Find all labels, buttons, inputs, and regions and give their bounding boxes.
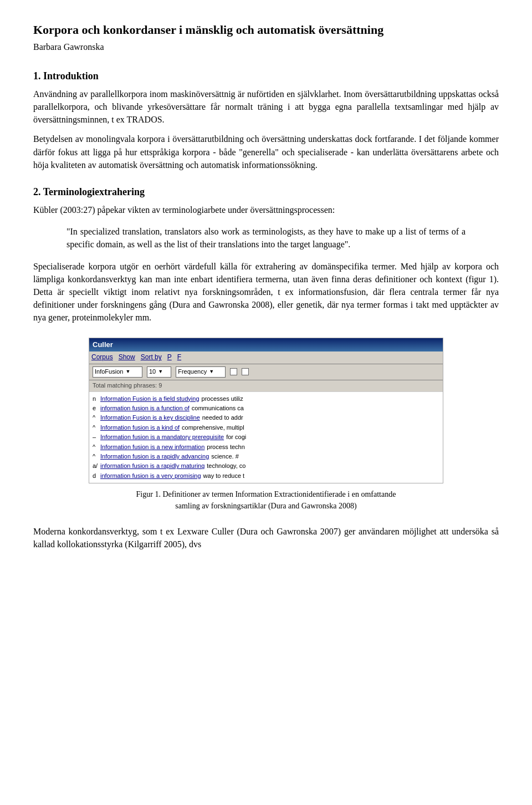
sortby-dropdown[interactable]: Frequency ▼ [176,366,226,378]
section-2-para-1: Specialiserade korpora utgör en oerhört … [33,260,499,324]
author-name: Barbara Gawronska [33,40,499,53]
result-row-8: a/ information fusion is a rapidly matur… [93,461,439,471]
show-dropdown[interactable]: 10 ▼ [147,366,171,378]
sortby-value: Frequency [178,368,207,376]
menu-sortby[interactable]: Sort by [141,353,162,362]
figure-caption-line1: Figur 1. Definitioner av termen Informat… [83,489,449,500]
result-row-2: e information fusion is a function of co… [93,404,439,413]
section-1-para-2: Betydelsen av monolingvala korpora i öve… [33,133,499,171]
section-2-para-2: Moderna konkordansverktyg, som t ex Lexw… [33,525,499,551]
result-text-3: needed to addr [202,414,243,422]
result-link-1[interactable]: Information Fusion is a field studying [100,395,200,403]
show-value: 10 [149,368,156,376]
result-link-4[interactable]: Information fusion is a kind of [100,424,180,432]
section-1-para-1: Användning av parallellkorpora inom mask… [33,88,499,126]
result-text-1: processes utiliz [202,395,243,403]
result-text-5: for cogi [226,433,246,441]
result-row-5: – Information fusion is a mandatory prer… [93,432,439,442]
result-link-9[interactable]: information fusion is a very promising [100,472,201,480]
corpus-value: InfoFusion [95,368,123,376]
corpus-dropdown-arrow: ▼ [125,368,130,375]
result-link-6[interactable]: Information fusion is a new information [100,443,204,451]
menu-corpus[interactable]: Corpus [91,353,113,362]
menu-show[interactable]: Show [119,353,135,362]
section-2-intro: Kübler (2003:27) påpekar vikten av termi… [33,203,499,216]
checkbox-p[interactable] [230,368,237,375]
result-text-6: process techn [207,443,244,451]
result-text-4: comprehensive, multipl [182,424,244,432]
result-link-2[interactable]: information fusion is a function of [100,404,190,412]
section-2-heading: 2. Terminologiextrahering [33,185,499,199]
figure-caption: Figur 1. Definitioner av termen Informat… [83,489,449,512]
menu-f[interactable]: F [177,353,181,362]
culler-title: Culler [93,340,113,349]
result-link-8[interactable]: information fusion is a rapidly maturing [100,462,204,470]
result-prefix-9: d [93,472,100,480]
result-prefix-1: n [93,395,100,403]
result-prefix-5: – [93,433,100,441]
figure-1: Culler Corpus Show Sort by P F InfoFusio… [83,338,449,512]
menu-p[interactable]: P [167,353,172,362]
figure-caption-line2: samling av forskningsartiklar (Dura and … [83,501,449,512]
corpus-dropdown[interactable]: InfoFusion ▼ [93,366,142,378]
section-2-number: 2. [33,186,41,197]
culler-status: Total matching phrases: 9 [89,380,443,392]
result-prefix-8: a/ [93,462,100,470]
culler-results: n Information Fusion is a field studying… [89,392,443,483]
culler-menubar[interactable]: Corpus Show Sort by P F [89,351,443,364]
culler-titlebar: Culler [89,338,443,352]
result-text-8: technology, co [207,462,245,470]
show-dropdown-arrow: ▼ [158,368,163,375]
blockquote: "In specialized translation, translators… [66,225,466,251]
result-text-2: communications ca [192,404,244,412]
result-prefix-4: ^ [93,424,100,432]
result-prefix-6: ^ [93,443,100,451]
result-prefix-3: ^ [93,414,100,422]
result-text-7: science. # [211,452,239,461]
page-title: Korpora och konkordanser i mänsklig och … [33,22,499,38]
result-link-3[interactable]: Information Fusion is a key discipline [100,414,200,422]
result-row-6: ^ Information fusion is a new informatio… [93,442,439,452]
result-text-9: way to reduce t [203,472,245,480]
section-1-title: Introduktion [43,70,99,81]
section-2-title: Terminologiextrahering [43,186,145,197]
sortby-dropdown-arrow: ▼ [209,368,214,375]
culler-window: Culler Corpus Show Sort by P F InfoFusio… [89,338,443,484]
culler-toolbar: InfoFusion ▼ 10 ▼ Frequency ▼ [89,364,443,380]
result-row-4: ^ Information fusion is a kind of compre… [93,423,439,432]
result-prefix-2: e [93,404,100,412]
checkbox-f[interactable] [242,368,249,375]
result-row-3: ^ Information Fusion is a key discipline… [93,413,439,422]
result-prefix-7: ^ [93,452,100,461]
result-row-7: ^ Information fusion is a rapidly advanc… [93,452,439,461]
result-link-5[interactable]: Information fusion is a mandatory prereq… [100,433,224,441]
result-row-9: d information fusion is a very promising… [93,471,439,481]
blockquote-text: "In specialized translation, translators… [66,225,466,251]
section-1-number: 1. [33,70,41,81]
result-row-1: n Information Fusion is a field studying… [93,394,439,404]
result-link-7[interactable]: Information fusion is a rapidly advancin… [100,452,209,461]
section-1-heading: 1. Introduktion [33,69,499,83]
